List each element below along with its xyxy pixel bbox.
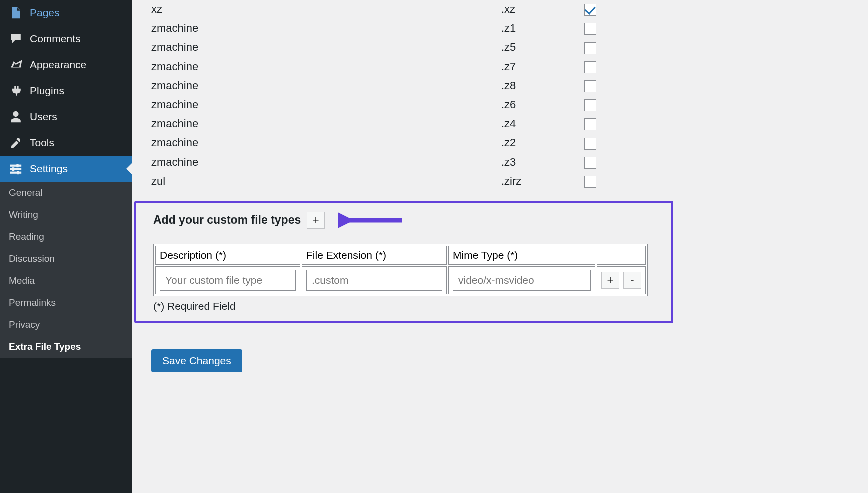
svg-rect-3: [16, 164, 18, 168]
extension-field[interactable]: [306, 270, 442, 291]
sidebar-item-comments[interactable]: Comments: [0, 26, 132, 52]
file-type-row: zmachine.z2: [152, 134, 596, 152]
submenu-item-extra-file-types[interactable]: Extra File Types: [0, 336, 132, 358]
admin-sidebar: PagesCommentsAppearancePluginsUsersTools…: [0, 0, 132, 493]
plugins-icon: [9, 84, 23, 98]
submenu-item-reading[interactable]: Reading: [0, 226, 132, 248]
custom-file-types-table: Description (*) File Extension (*) Mime …: [154, 244, 648, 296]
file-type-row: zmachine.z8: [152, 76, 596, 96]
submenu-item-discussion[interactable]: Discussion: [0, 248, 132, 270]
sidebar-item-label: Pages: [30, 7, 60, 19]
required-field-note: (*) Required Field: [154, 300, 658, 312]
sidebar-item-pages[interactable]: Pages: [0, 0, 132, 26]
file-type-name: zmachine: [152, 153, 502, 172]
file-type-checkbox[interactable]: [584, 62, 596, 74]
add-custom-heading-row: Add your custom file types +: [154, 212, 658, 229]
submenu-item-permalinks[interactable]: Permalinks: [0, 292, 132, 314]
col-header-actions: [597, 246, 646, 265]
submenu-item-general[interactable]: General: [0, 182, 132, 204]
svg-rect-5: [18, 171, 20, 174]
sidebar-item-label: Appearance: [30, 59, 86, 71]
arrow-annotation-icon: [338, 212, 403, 229]
sidebar-item-tools[interactable]: Tools: [0, 130, 132, 156]
save-changes-button[interactable]: Save Changes: [152, 350, 242, 372]
col-header-extension: File Extension (*): [302, 246, 447, 265]
sidebar-item-plugins[interactable]: Plugins: [0, 78, 132, 104]
main-content: xz.xzzmachine.z1zmachine.z5zmachine.z7zm…: [132, 0, 868, 493]
file-type-ext: .xz: [502, 0, 562, 19]
file-type-row: zul.zirz: [152, 172, 596, 191]
file-type-checkbox[interactable]: [584, 176, 596, 188]
settings-submenu: GeneralWritingReadingDiscussionMediaPerm…: [0, 182, 132, 358]
add-custom-label: Add your custom file types: [154, 214, 301, 227]
tools-icon: [9, 136, 23, 150]
file-type-row: zmachine.z5: [152, 38, 596, 57]
file-type-ext: .z3: [502, 153, 562, 172]
file-type-name: zmachine: [152, 134, 502, 152]
submenu-item-privacy[interactable]: Privacy: [0, 314, 132, 336]
file-type-row: zmachine.z3: [152, 153, 596, 172]
comments-icon: [9, 32, 23, 46]
sidebar-item-label: Plugins: [30, 85, 64, 97]
col-header-mime: Mime Type (*): [448, 246, 596, 265]
file-type-ext: .z6: [502, 96, 562, 114]
col-header-description: Description (*): [156, 246, 300, 265]
custom-file-types-highlight: Add your custom file types + Description…: [134, 201, 674, 324]
file-type-row: zmachine.z6: [152, 96, 596, 114]
file-type-checkbox[interactable]: [584, 157, 596, 169]
file-type-row: zmachine.z7: [152, 58, 596, 76]
file-type-ext: .z2: [502, 134, 562, 152]
file-type-name: xz: [152, 0, 502, 19]
add-row-button[interactable]: +: [602, 272, 620, 289]
custom-file-type-row: + -: [156, 266, 646, 294]
svg-rect-4: [12, 168, 14, 171]
sidebar-item-label: Settings: [30, 163, 68, 175]
file-type-checkbox[interactable]: [584, 100, 596, 112]
add-custom-type-button[interactable]: +: [307, 212, 325, 229]
sidebar-item-settings[interactable]: Settings: [0, 156, 132, 182]
file-type-name: zmachine: [152, 19, 502, 38]
file-type-row: xz.xz: [152, 0, 596, 19]
submenu-item-writing[interactable]: Writing: [0, 204, 132, 226]
file-type-checkbox[interactable]: [584, 138, 596, 150]
sidebar-item-label: Tools: [30, 137, 54, 149]
file-type-checkbox[interactable]: [584, 118, 596, 130]
file-type-ext: .z1: [502, 19, 562, 38]
file-type-checkbox[interactable]: [584, 23, 596, 35]
svg-rect-2: [10, 172, 22, 174]
file-type-name: zmachine: [152, 38, 502, 57]
submenu-item-media[interactable]: Media: [0, 270, 132, 292]
file-type-checkbox[interactable]: [584, 80, 596, 92]
appearance-icon: [9, 58, 23, 72]
file-type-ext: .z8: [502, 76, 562, 96]
file-type-ext: .zirz: [502, 172, 562, 191]
file-type-name: zmachine: [152, 96, 502, 114]
file-type-row: zmachine.z1: [152, 19, 596, 38]
mime-type-field[interactable]: [453, 270, 591, 291]
file-type-ext: .z4: [502, 114, 562, 134]
file-type-ext: .z7: [502, 58, 562, 76]
users-icon: [9, 110, 23, 124]
settings-icon: [9, 162, 23, 176]
file-type-name: zmachine: [152, 58, 502, 76]
file-type-name: zul: [152, 172, 502, 191]
file-type-name: zmachine: [152, 76, 502, 96]
file-type-ext: .z5: [502, 38, 562, 57]
description-field[interactable]: [160, 270, 296, 291]
remove-row-button[interactable]: -: [624, 272, 642, 289]
sidebar-item-appearance[interactable]: Appearance: [0, 52, 132, 78]
file-type-list: xz.xzzmachine.z1zmachine.z5zmachine.z7zm…: [152, 0, 596, 191]
sidebar-item-label: Users: [30, 111, 58, 123]
svg-rect-1: [10, 168, 22, 170]
file-type-checkbox[interactable]: [584, 42, 596, 54]
file-type-name: zmachine: [152, 114, 502, 134]
pages-icon: [9, 6, 23, 20]
file-type-checkbox[interactable]: [584, 4, 596, 16]
file-type-row: zmachine.z4: [152, 114, 596, 134]
sidebar-item-users[interactable]: Users: [0, 104, 132, 130]
svg-rect-0: [10, 165, 22, 167]
sidebar-item-label: Comments: [30, 33, 81, 45]
